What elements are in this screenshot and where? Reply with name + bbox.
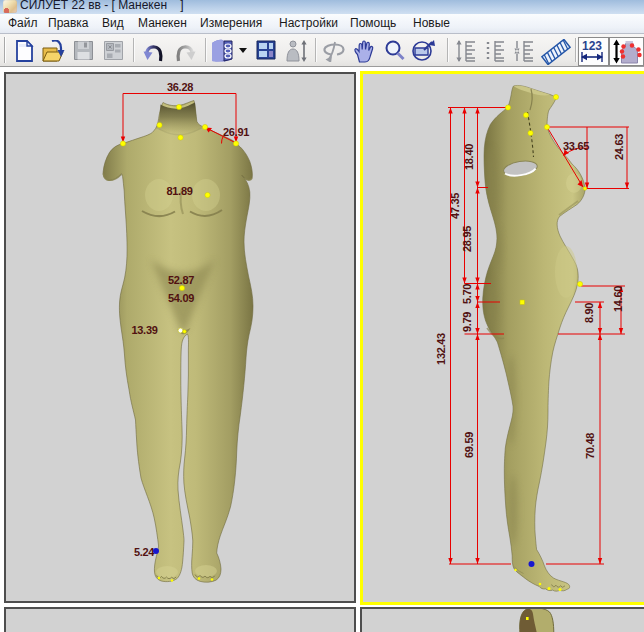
svg-text:14.60: 14.60 — [612, 286, 624, 312]
svg-text:54.09: 54.09 — [168, 292, 194, 304]
svg-text:132.43: 132.43 — [435, 333, 447, 365]
svg-text:81.89: 81.89 — [166, 185, 192, 197]
svg-text:5.24: 5.24 — [134, 546, 155, 558]
svg-text:8.90: 8.90 — [583, 303, 595, 323]
svg-text:123: 123 — [582, 40, 602, 53]
svg-text:70.48: 70.48 — [584, 433, 596, 459]
svg-text:18.40: 18.40 — [463, 144, 475, 170]
svg-text:9.79: 9.79 — [461, 312, 473, 332]
svg-text:36.28: 36.28 — [167, 81, 193, 93]
svg-text:69.59: 69.59 — [463, 432, 475, 458]
svg-text:52.87: 52.87 — [168, 274, 194, 286]
svg-text:13.39: 13.39 — [131, 324, 157, 336]
svg-text:5.70: 5.70 — [461, 284, 473, 304]
svg-text:26.91: 26.91 — [223, 126, 249, 138]
svg-text:24.63: 24.63 — [613, 134, 625, 160]
svg-text:47.35: 47.35 — [449, 193, 461, 219]
svg-text:28.95: 28.95 — [461, 226, 473, 252]
svg-text:33.65: 33.65 — [563, 140, 589, 152]
